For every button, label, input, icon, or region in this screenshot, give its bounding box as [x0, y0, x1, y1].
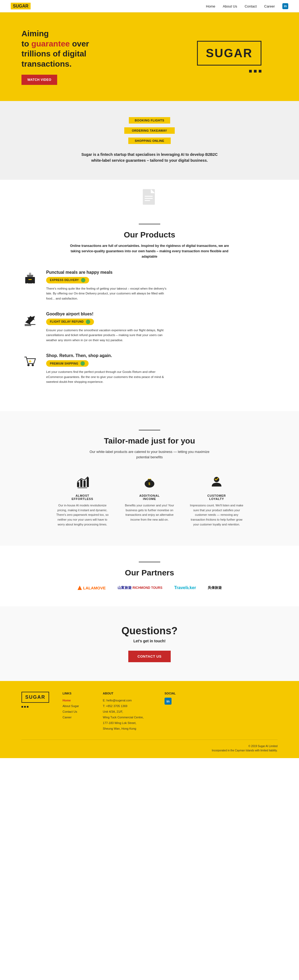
hero-dots [197, 70, 261, 73]
pill-shopping: SHOPPING ONLINE [128, 138, 171, 144]
flight-icon [23, 313, 37, 327]
nav-about[interactable]: About Us [223, 4, 237, 8]
product-desc-2: Ensure your customers the smoothest vaca… [46, 328, 169, 342]
product-item-2: Goodbye airport blues! FLIGHT DELAY REFU… [22, 312, 277, 342]
footer-link-contact[interactable]: Contact Us [63, 709, 89, 714]
svg-rect-14 [80, 479, 82, 487]
money-bag-icon: $ [142, 475, 157, 488]
footer-addr1: Unit 4/3A, 21/F, [103, 709, 151, 714]
pill-takeaway: ORDERING TAKEAWAY [124, 127, 174, 134]
footer-link-about[interactable]: About Sugar [63, 703, 89, 709]
tailor-title: Tailor-made just for you [22, 436, 277, 445]
footer-linkedin-icon[interactable]: in [165, 698, 171, 705]
partner-richmond: 山富旅遊 RICHMOND TouRS [117, 585, 162, 590]
svg-point-6 [27, 283, 28, 285]
footer-bottom: © 2019 Sugar AI Limited Incorporated in … [22, 740, 277, 753]
svg-rect-13 [77, 482, 79, 487]
svg-rect-17 [78, 488, 87, 488]
footer-incorporated: Incorporated in the Cayman Islands with … [22, 748, 277, 753]
nav-career[interactable]: Career [264, 4, 275, 8]
svg-point-7 [32, 283, 33, 285]
hero-text: Aimingto guarantee overtrillions of digi… [22, 29, 89, 85]
product-desc-1: There's nothing quite like the feeling o… [46, 286, 169, 301]
products-title: Our Products [22, 230, 277, 239]
tailor-card-title-3: CUSTOMER LOYALTY [190, 494, 244, 501]
footer-email: E: hello@sugeral.com [103, 698, 151, 703]
lalamove-text: LALAMOVE [83, 585, 106, 590]
product-content-3: Shop. Return. Then, shop again. PREMIUM … [46, 353, 169, 384]
product-content-1: Punctual meals are happy meals EXPRESS D… [46, 270, 169, 301]
footer-copyright: © 2019 Sugar AI Limited [22, 744, 277, 748]
section-divider-tailor [139, 430, 160, 430]
svg-rect-4 [25, 277, 35, 283]
product-icon-3 [22, 353, 39, 371]
nav-home[interactable]: Home [206, 4, 215, 8]
partners-logos: LALAMOVE 山富旅遊 RICHMOND TouRS Travelilker… [22, 585, 277, 590]
product-title-1: Punctual meals are happy meals [46, 270, 169, 275]
footer: SUGAR LINKS Home About Sugar Contact Us … [0, 681, 299, 758]
svg-marker-21 [78, 585, 82, 590]
product-item-1: Punctual meals are happy meals EXPRESS D… [22, 270, 277, 301]
partners-title: Our Partners [22, 568, 277, 577]
hero-logo-box: SUGAR [197, 41, 261, 65]
footer-logo-text: SUGAR [25, 694, 45, 700]
svg-text:$: $ [149, 482, 150, 486]
tailor-card-1: ALMOST EFFORTLESS Our in-house AI models… [55, 473, 109, 527]
hero-logo-area: SUGAR [197, 41, 261, 73]
traveliker-text: Travelilker [174, 585, 196, 590]
tailor-icon-1 [74, 473, 91, 490]
intro-section: BOOKING FLIGHTS ORDERING TAKEAWAY SHOPPI… [0, 101, 299, 180]
footer-about-col: ABOUT E: hello@sugeral.com T: +852 3705 … [103, 692, 151, 731]
footer-logo-area: SUGAR [22, 692, 49, 708]
product-title-3: Shop. Return. Then, shop again. [46, 353, 169, 358]
contact-us-button[interactable]: CONTACT US [128, 651, 171, 662]
tailor-icon-3 [208, 473, 225, 490]
tailor-card-desc-1: Our in-house AI models revolutionize pri… [55, 503, 109, 527]
product-badge-1: EXPRESS DELIVERY [46, 277, 89, 283]
tag-pills: BOOKING FLIGHTS ORDERING TAKEAWAY SHOPPI… [22, 117, 277, 144]
watch-video-button[interactable]: WATCH VIDEO [22, 75, 57, 85]
product-badge-3: PREMIUM SHIPPING [46, 360, 89, 367]
product-item-3: Shop. Return. Then, shop again. PREMIUM … [22, 353, 277, 384]
nav-contact[interactable]: Contact [245, 4, 256, 8]
product-icon-2 [22, 312, 39, 329]
nav-links: Home About Us Contact Career in [206, 3, 288, 9]
section-divider-products [139, 224, 160, 224]
tailor-card-title-2: ADDITIONAL INCOME [123, 494, 176, 501]
nav-logo: SUGAR [11, 4, 31, 9]
loyalty-icon [210, 475, 223, 488]
toggle-dot-1 [81, 278, 85, 282]
wu-text: 吳偉旅遊 [208, 585, 222, 590]
hero-section: Aimingto guarantee overtrillions of digi… [0, 12, 299, 101]
footer-link-career[interactable]: Career [63, 714, 89, 720]
section-divider-partners [139, 562, 160, 562]
paper-fold-decoration [0, 180, 299, 213]
footer-dot-3 [27, 706, 28, 708]
footer-social-heading: SOCIAL [165, 692, 176, 695]
svg-rect-15 [84, 480, 85, 487]
questions-section: Questions? Let's get in touch! CONTACT U… [0, 606, 299, 681]
richmond-en-text: RICHMOND TouRS [133, 586, 162, 590]
svg-rect-5 [28, 279, 32, 280]
tailor-section: Tailor-made just for you Our white-label… [0, 411, 299, 546]
chart-icon [76, 475, 89, 488]
footer-addr3: 177-183 Wing Lok Street, [103, 720, 151, 726]
svg-rect-1 [145, 196, 153, 197]
tailor-card-2: $ ADDITIONAL INCOME Benefits your custom… [123, 473, 176, 527]
dot-2 [254, 70, 256, 73]
dot-3 [259, 70, 261, 73]
questions-subtitle: Let's get in touch! [22, 639, 277, 643]
paper-icon [139, 188, 160, 209]
footer-link-home[interactable]: Home [63, 698, 89, 703]
products-section: Our Products Online transactions are ful… [0, 213, 299, 411]
questions-title: Questions? [22, 625, 277, 637]
pill-flights: BOOKING FLIGHTS [129, 117, 170, 124]
svg-rect-16 [87, 477, 89, 487]
navigation: SUGAR Home About Us Contact Career in [0, 0, 299, 12]
nav-linkedin[interactable]: in [282, 3, 288, 9]
tailor-card-desc-3: Impressions count. We'll listen and make… [190, 503, 244, 527]
footer-dot-2 [24, 706, 26, 708]
footer-links-heading: LINKS [63, 692, 89, 695]
product-content-2: Goodbye airport blues! FLIGHT DELAY REFU… [46, 312, 169, 342]
product-icon-1 [22, 270, 39, 287]
